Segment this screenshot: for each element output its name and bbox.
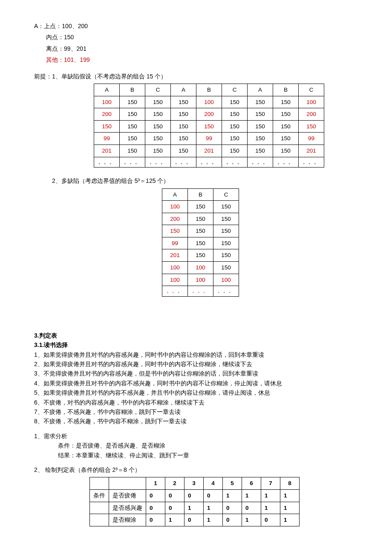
table-cell: 201 — [94, 145, 120, 157]
table-row: 100100100 — [162, 274, 239, 286]
table-header: 6 — [242, 477, 261, 490]
table-cell: 。。。 — [248, 157, 273, 168]
table-cell: 0 — [165, 502, 184, 514]
rule-item: 8、不疲倦，不感兴趣，书中内容不糊涂，跳到下一章去读 — [34, 416, 358, 426]
table-header: 3 — [184, 477, 204, 490]
table-header: B — [120, 84, 145, 96]
table-cell: 100 — [299, 96, 324, 108]
table-cell: 150 — [248, 133, 273, 145]
table-cell: 1 — [242, 514, 261, 526]
table-cell: 100 — [188, 274, 213, 286]
table-cell: 1 — [261, 502, 280, 514]
table-cell: 0 — [204, 489, 223, 502]
table-cell: 201 — [162, 249, 188, 262]
table-cell: 100 — [162, 274, 188, 286]
table-cell: 150 — [222, 96, 248, 108]
table-cell: 150 — [213, 237, 239, 249]
table-cell: 150 — [248, 120, 273, 133]
table-cell: 200 — [162, 213, 188, 225]
table-cell: 99 — [196, 133, 222, 145]
table-header: A — [248, 84, 273, 96]
point-inner: 内点：150 — [34, 32, 358, 42]
table-cell: 99 — [299, 133, 324, 145]
table-cell: 150 — [222, 133, 248, 145]
point-a-line: A：上点：100、200 — [34, 21, 358, 31]
table-header: C — [222, 84, 248, 96]
table-cell: 。。。 — [94, 157, 120, 168]
req-result: 结果：本章重读、继续读、停止阅读、跳到下一章 — [34, 451, 358, 460]
table-cell: 150 — [273, 120, 299, 133]
table-cell — [90, 502, 109, 514]
table-cell: 150 — [213, 225, 239, 237]
table-cell: 1 — [204, 514, 223, 526]
table-header: 8 — [280, 477, 300, 490]
table-cell: 150 — [248, 145, 273, 157]
table-cell: 150 — [222, 145, 248, 157]
table-cell: 。。。 — [213, 286, 239, 297]
section-3-heading: 3.判定表 — [34, 331, 358, 340]
table-cell: 是否疲倦 — [109, 489, 146, 502]
table-cell: 201 — [196, 145, 222, 157]
table-cell: 1 — [261, 489, 280, 502]
table-cell: 200 — [299, 108, 324, 121]
table-cell: 150 — [162, 225, 188, 237]
table-cell: 200 — [94, 108, 120, 121]
table-cell: 150 — [145, 96, 171, 108]
table-cell: 。。。 — [188, 286, 213, 297]
table-cell: 1 — [280, 514, 300, 526]
table-cell: 150 — [213, 262, 239, 274]
table-cell: 1 — [184, 502, 204, 514]
table-cell: 150 — [188, 225, 213, 237]
table-header: 5 — [223, 477, 242, 490]
table-cell: 100 — [196, 96, 222, 108]
table-cell: 0 — [242, 502, 261, 514]
table-cell: 。。。 — [196, 157, 222, 168]
table-header: C — [299, 84, 324, 96]
table-cell: 150 — [171, 120, 196, 133]
table-cell: 150 — [188, 237, 213, 249]
table-cell: 0 — [146, 502, 165, 514]
table-row: 是否感兴趣00110011 — [90, 502, 300, 514]
table-row: 100100150 — [162, 262, 239, 274]
table-cell: 150 — [145, 133, 171, 145]
table-cell: 150 — [196, 120, 222, 133]
table-row: 99150150 — [162, 237, 239, 249]
table-cell: 150 — [273, 145, 299, 157]
table-cell: 150 — [248, 96, 273, 108]
table-cell: 150 — [145, 108, 171, 121]
table-cell: 150 — [222, 120, 248, 133]
table-cell — [90, 514, 109, 526]
rule-item: 1、如果觉得疲倦并且对书的内容感兴趣，同时书中的内容让你糊涂的话，回到本章重读 — [34, 350, 358, 359]
table-cell: 。。。 — [222, 157, 248, 168]
table-cell: 150 — [120, 96, 145, 108]
rule-item: 5、如果觉得疲倦并且对书的内容不感兴趣，并且书中的内容让你糊涂，请停止阅读，休息 — [34, 388, 358, 397]
rule-item: 6、不疲倦，对书的内容感兴趣，书中的内容不糊涂，继续读下去 — [34, 398, 358, 407]
table-row: 200150150 — [162, 213, 239, 225]
table-row: 。。。。。。。。。 — [162, 286, 239, 297]
table-header: B — [273, 84, 299, 96]
decision-table: 12345678 条件是否疲倦00001111是否感兴趣00110011是否糊涂… — [89, 477, 300, 526]
table-cell: 150 — [273, 133, 299, 145]
table-cell: 150 — [171, 145, 196, 157]
table-cell: 150 — [273, 108, 299, 121]
table-cell: 。。。 — [299, 157, 324, 168]
table-cell: 0 — [223, 502, 242, 514]
table-cell: 100 — [162, 201, 188, 213]
table-cell: 0 — [165, 489, 184, 502]
table-cell: 100 — [94, 96, 120, 108]
table-cell: 200 — [196, 108, 222, 121]
table-cell: 150 — [120, 145, 145, 157]
table-cell: 1 — [242, 489, 261, 502]
table-cell: 1 — [223, 489, 242, 502]
table-cell: 0 — [184, 514, 204, 526]
table-cell: 。。。 — [162, 286, 188, 297]
table-row: 100150150 — [162, 201, 239, 213]
table-cell: 条件 — [90, 489, 109, 502]
table-header — [109, 477, 146, 490]
table-cell: 0 — [261, 514, 280, 526]
table-cell: 0 — [146, 489, 165, 502]
point-other: 其他：101、199 — [34, 55, 358, 64]
table-cell: 150 — [120, 133, 145, 145]
rule-item: 7、不疲倦，不感兴趣，书中内容糊涂，跳到下一章去读 — [34, 407, 358, 416]
table-cell: 150 — [188, 201, 213, 213]
